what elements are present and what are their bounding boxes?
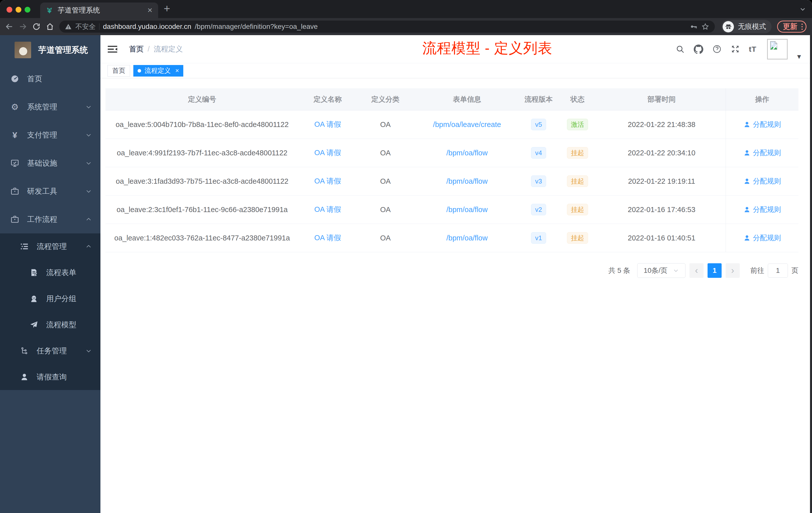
tag-home[interactable]: 首页 xyxy=(108,65,130,77)
assign-rule-button[interactable]: 分配规则 xyxy=(744,205,781,214)
definition-id: oa_leave:5:004b710b-7b8a-11ec-8ef0-acde4… xyxy=(106,120,299,129)
page-size-select[interactable]: 10条/页 xyxy=(637,263,686,278)
update-menu-button[interactable]: 更新 xyxy=(777,21,807,33)
assign-rule-button[interactable]: 分配规则 xyxy=(744,148,781,158)
assign-rule-button[interactable]: 分配规则 xyxy=(744,176,781,186)
browser-tab[interactable]: 芋道管理系统 ✕ xyxy=(40,2,158,18)
url-domain[interactable]: dashboard.yudao.iocoder.cn xyxy=(103,23,191,31)
definition-id: oa_leave:1:482ec033-762a-11ec-8477-a2380… xyxy=(106,234,299,242)
definition-id: oa_leave:4:991f2193-7b7f-11ec-a3c8-acde4… xyxy=(106,149,299,157)
user-icon xyxy=(744,206,751,213)
active-dot xyxy=(138,69,141,72)
next-page-button[interactable]: › xyxy=(726,263,740,278)
sidebar-item-process-mgmt[interactable]: 流程管理 xyxy=(0,233,100,260)
incognito-badge: 无痕模式 xyxy=(721,20,772,33)
form-link[interactable]: /bpm/oa/flow xyxy=(446,234,488,242)
sidebar-item-infra[interactable]: 基础设施 xyxy=(0,149,100,177)
form-link[interactable]: /bpm/oa/flow xyxy=(446,177,488,185)
update-label[interactable]: 更新 xyxy=(783,22,798,32)
briefcase-icon xyxy=(10,186,20,196)
sidebar-item-system[interactable]: ⚙ 系统管理 xyxy=(0,93,100,121)
sidebar-item-payment[interactable]: ¥ 支付管理 xyxy=(0,121,100,149)
table-row: oa_leave:1:482ec033-762a-11ec-8477-a2380… xyxy=(106,224,799,252)
reload-icon[interactable] xyxy=(31,21,42,32)
form-doc-icon xyxy=(29,268,39,277)
tag-process-definition[interactable]: 流程定义 × xyxy=(133,65,183,77)
page-size-value: 10条/页 xyxy=(644,266,668,275)
bookmark-star-icon[interactable] xyxy=(701,23,709,31)
browser-scrollbar[interactable] xyxy=(810,35,812,513)
kebab-menu-icon[interactable] xyxy=(802,24,803,30)
app-title: 芋道管理系统 xyxy=(38,44,88,56)
version-badge: v2 xyxy=(531,204,546,215)
current-page-button[interactable]: 1 xyxy=(707,263,722,278)
form-link[interactable]: /bpm/oa/flow xyxy=(446,149,488,157)
back-icon[interactable] xyxy=(3,21,15,32)
chevron-down-icon xyxy=(673,268,679,274)
goto-label: 前往 xyxy=(750,266,764,275)
avatar[interactable] xyxy=(767,39,788,59)
form-link[interactable]: /bpm/oa/leave/create xyxy=(433,120,501,129)
sidebar-item-devtools[interactable]: 研发工具 xyxy=(0,177,100,205)
tab-strip: 芋道管理系统 ✕ + xyxy=(0,0,812,18)
github-icon[interactable] xyxy=(694,44,703,54)
collapse-sidebar-icon[interactable] xyxy=(107,44,118,54)
status-badge: 挂起 xyxy=(567,232,588,244)
breadcrumb-home[interactable]: 首页 xyxy=(129,44,144,54)
avatar-caret-icon[interactable]: ▾ xyxy=(797,52,801,61)
zoom-window-button[interactable] xyxy=(25,7,30,12)
sidebar-item-user-group[interactable]: 用户分组 xyxy=(0,285,100,312)
definition-name-link[interactable]: OA 请假 xyxy=(314,176,341,186)
gear-icon: ⚙ xyxy=(10,102,20,112)
search-tabs-chevron-icon[interactable] xyxy=(799,5,807,13)
definition-name-link[interactable]: OA 请假 xyxy=(314,205,341,215)
sidebar-logo-row[interactable]: 芋道管理系统 xyxy=(0,35,100,65)
url-path[interactable]: /bpm/manager/definition?key=oa_leave xyxy=(195,23,318,31)
sidebar-item-process-model[interactable]: 流程模型 xyxy=(0,312,100,338)
deploy-time: 2022-01-22 20:34:10 xyxy=(598,149,726,157)
goto-page-input[interactable] xyxy=(768,264,788,278)
definition-name-link[interactable]: OA 请假 xyxy=(314,233,341,243)
key-icon[interactable] xyxy=(690,23,698,31)
breadcrumb-separator: / xyxy=(148,45,150,53)
home-icon[interactable] xyxy=(44,21,56,32)
sidebar-item-task-mgmt[interactable]: 任务管理 xyxy=(0,338,100,364)
security-label[interactable]: 不安全 xyxy=(75,22,96,31)
forward-icon[interactable] xyxy=(17,21,29,32)
help-icon[interactable] xyxy=(712,44,722,54)
tab-close-icon[interactable]: ✕ xyxy=(147,6,153,14)
definition-id: oa_leave:2:3c1f0ef1-76b1-11ec-9c66-a2380… xyxy=(106,206,299,214)
minimize-window-button[interactable] xyxy=(16,7,21,12)
user-icon xyxy=(744,121,751,128)
warning-triangle-icon[interactable] xyxy=(65,23,72,30)
definition-name-link[interactable]: OA 请假 xyxy=(314,148,341,158)
sidebar-item-process-form[interactable]: 流程表单 xyxy=(0,260,100,285)
sidebar-item-label: 系统管理 xyxy=(27,102,57,112)
definition-name-link[interactable]: OA 请假 xyxy=(314,119,341,129)
main-content: 首页 / 流程定义 流程模型 - 定义列表 tT xyxy=(100,35,812,513)
fullscreen-icon[interactable] xyxy=(731,44,740,54)
address-bar[interactable]: 不安全 dashboard.yudao.iocoder.cn/bpm/manag… xyxy=(59,21,715,33)
prev-page-button[interactable]: ‹ xyxy=(690,263,703,278)
favicon-plant-icon xyxy=(46,6,53,14)
search-icon[interactable] xyxy=(676,45,685,54)
tag-close-icon[interactable]: × xyxy=(175,67,179,74)
user-icon xyxy=(744,234,751,241)
paper-plane-icon xyxy=(29,320,39,330)
app-navbar: 首页 / 流程定义 流程模型 - 定义列表 tT xyxy=(100,35,812,63)
sidebar-item-leave-query[interactable]: 请假查询 xyxy=(0,364,100,390)
sidebar-item-label: 用户分组 xyxy=(46,294,76,304)
annotation-title: 流程模型 - 定义列表 xyxy=(422,39,552,58)
assign-rule-button[interactable]: 分配规则 xyxy=(744,120,781,129)
assign-rule-button[interactable]: 分配规则 xyxy=(744,233,781,243)
logo-avatar xyxy=(14,42,31,58)
chevron-down-icon xyxy=(85,104,92,110)
sidebar-item-home[interactable]: 首页 xyxy=(0,65,100,93)
close-window-button[interactable] xyxy=(6,7,12,12)
incognito-label: 无痕模式 xyxy=(738,22,766,31)
form-link[interactable]: /bpm/oa/flow xyxy=(446,206,488,214)
sidebar-item-label: 支付管理 xyxy=(27,130,57,140)
new-tab-button[interactable]: + xyxy=(164,3,170,14)
sidebar-item-workflow[interactable]: 工作流程 xyxy=(0,205,100,233)
font-size-icon[interactable]: tT xyxy=(749,45,756,54)
